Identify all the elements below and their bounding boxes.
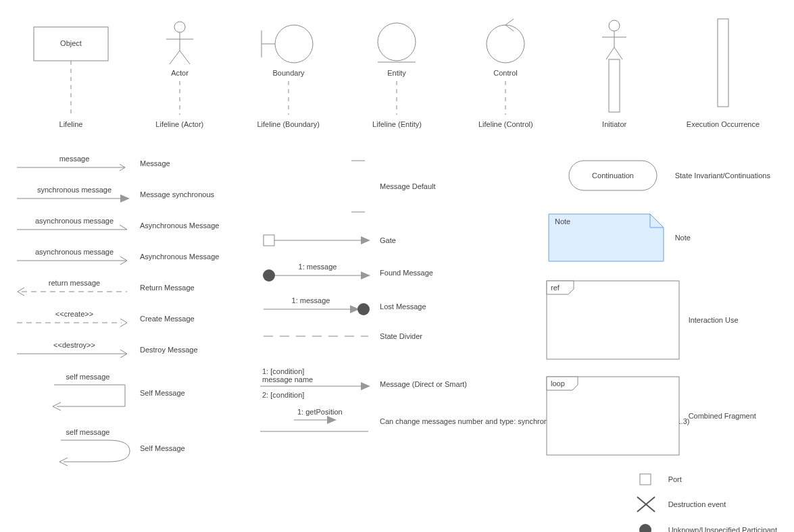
execution-icon: [703, 14, 743, 115]
svg-line-55: [120, 354, 127, 358]
row-message-default: Message Default: [257, 181, 501, 192]
svg-text:1: message: 1: message: [292, 297, 330, 304]
port-icon: [633, 471, 660, 487]
row-change-messages: 1: getPosition Can change messages numbe…: [257, 408, 501, 435]
message-arrow-icon: message: [14, 155, 132, 171]
svg-line-54: [120, 350, 127, 354]
svg-line-63: [59, 458, 68, 462]
svg-marker-73: [361, 271, 370, 280]
lifeline-execution: Execution Occurrence: [672, 14, 774, 128]
row-combined-fragment: loop Combined Fragment: [545, 375, 780, 456]
change-label: Can change messages number and type: syn…: [380, 417, 501, 426]
svg-line-39: [120, 225, 127, 230]
svg-line-60: [53, 402, 61, 406]
object-box-text: Object: [60, 39, 82, 47]
lifeline-object-label: Lifeline: [59, 120, 83, 128]
svg-text:<<destroy>>: <<destroy>>: [53, 342, 95, 349]
lifeline-initiator-label: Initiator: [602, 120, 626, 128]
continuation-label: State Invariant/Continuations: [675, 171, 770, 180]
row-destruction: Destruction event: [633, 494, 780, 514]
direct-label: Message (Direct or Smart): [380, 380, 467, 388]
lost-icon: 1: message: [257, 297, 372, 316]
svg-text:ref: ref: [551, 284, 560, 292]
row-direct-message: 1: [condition] message name 2: [conditio…: [257, 367, 501, 401]
destruction-label: Destruction event: [668, 500, 726, 508]
row-destroy-message: <<destroy>> Destroy Message: [14, 342, 237, 358]
create-arrow-icon: <<create>>: [14, 311, 132, 327]
svg-marker-36: [120, 194, 130, 203]
svg-point-77: [357, 303, 370, 315]
svg-point-14: [378, 23, 416, 61]
interaction-use-label: Interaction Use: [689, 316, 739, 324]
sync-arrow-icon: synchronous message: [14, 186, 132, 203]
actor-icon: Actor: [146, 14, 214, 115]
svg-line-19: [505, 19, 514, 25]
lifeline-control-label: Lifeline (Control): [478, 120, 533, 128]
destruction-icon: [633, 494, 660, 514]
row-unknown: Unknown/Unspecified Participant: [633, 521, 780, 532]
port-label: Port: [668, 475, 682, 483]
change-message-icon: 1: getPosition: [257, 408, 372, 435]
row-self2-message: self message Self Message: [14, 428, 237, 469]
initiator-icon: [580, 14, 648, 115]
lifelines-row: Object Lifeline Actor Lifeline (Actor) B…: [14, 14, 780, 135]
row-gate: Gate: [257, 232, 501, 248]
svg-text:1: message: 1: message: [299, 263, 337, 271]
row-dash1: [257, 155, 501, 166]
lower-section: message Message synchronous message Mess…: [14, 155, 780, 532]
async-arrow-icon: asynchronous message: [14, 217, 132, 234]
svg-text:Note: Note: [555, 217, 570, 225]
row-interaction-use: ref Interaction Use: [545, 280, 780, 361]
dash2-icon: [257, 207, 372, 217]
svg-rect-95: [640, 474, 651, 485]
create-label: Create Message: [140, 315, 195, 323]
svg-line-64: [59, 462, 68, 466]
svg-line-43: [120, 261, 127, 265]
svg-rect-29: [718, 19, 728, 107]
async-label: Asynchronous Message: [140, 221, 219, 230]
lifeline-boundary: Boundary Lifeline (Boundary): [238, 14, 339, 128]
dash-icon: [257, 155, 372, 166]
lifeline-entity: Entity Lifeline (Entity): [346, 14, 447, 128]
lifeline-actor-label: Lifeline (Actor): [155, 120, 203, 128]
svg-text:1: getPosition: 1: getPosition: [297, 408, 343, 416]
row-self1-message: self message Self Message: [14, 373, 237, 413]
self2-label: Self Message: [140, 444, 185, 452]
svg-line-32: [120, 164, 125, 167]
control-icon: Control: [472, 14, 539, 115]
svg-line-27: [614, 47, 622, 59]
svg-line-33: [120, 167, 125, 171]
self1-label: Self Message: [140, 389, 185, 397]
svg-text:message: message: [59, 155, 90, 163]
self2-arrow-icon: self message: [14, 428, 132, 469]
row-return-message: return message Return Message: [14, 280, 237, 296]
combined-fragment-label: Combined Fragment: [689, 412, 756, 420]
self1-arrow-icon: self message: [14, 373, 132, 413]
row-async2-message: asynchronous message Asynchronous Messag…: [14, 248, 237, 265]
svg-text:self message: self message: [66, 428, 110, 436]
row-found-message: 1: message Found Message: [257, 263, 501, 282]
svg-line-20: [505, 25, 514, 31]
svg-line-6: [180, 51, 190, 64]
svg-point-11: [275, 25, 313, 63]
lost-label: Lost Message: [380, 302, 426, 311]
svg-text:message name: message name: [262, 375, 313, 383]
svg-marker-69: [361, 236, 370, 244]
blank-icon: [257, 181, 372, 192]
lifeline-execution-label: Execution Occurrence: [687, 120, 760, 128]
message-default-label: Message Default: [380, 182, 436, 190]
row-create-message: <<create>> Create Message: [14, 311, 237, 327]
svg-point-98: [639, 524, 651, 532]
interaction-use-icon: ref: [545, 280, 680, 361]
object-icon: Object: [27, 14, 115, 115]
svg-point-23: [609, 20, 620, 31]
destroy-label: Destroy Message: [140, 346, 198, 354]
row-port: Port: [633, 471, 780, 487]
svg-line-26: [606, 47, 614, 59]
svg-text:self message: self message: [66, 373, 110, 381]
svg-line-5: [170, 51, 180, 64]
state-divider-icon: [257, 331, 372, 342]
gate-icon: [257, 232, 372, 248]
found-icon: 1: message: [257, 263, 372, 282]
lifeline-control: Control Lifeline (Control): [455, 14, 556, 128]
